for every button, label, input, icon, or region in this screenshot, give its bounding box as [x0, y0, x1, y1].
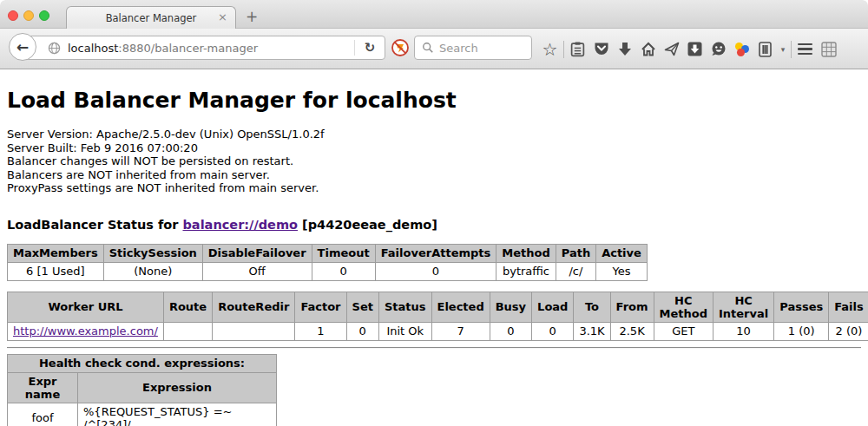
- download-arrow-icon: [618, 42, 632, 56]
- table-title-row: Health check cond. expressions:: [8, 354, 277, 372]
- table-row: 6 [1 Used] (None) Off 0 0 bytraffic /c/ …: [8, 262, 648, 280]
- square-download-icon: [687, 42, 702, 56]
- worker-status-table: Worker URL Route RouteRedir Factor Set S…: [7, 292, 868, 341]
- page-title: Load Balancer Manager for localhost: [7, 88, 861, 113]
- page-content: Load Balancer Manager for localhost Serv…: [0, 69, 868, 426]
- toolbar-icon-strip: ☆: [538, 29, 840, 69]
- pocket-icon: [594, 42, 609, 56]
- new-tab-button[interactable]: +: [246, 8, 258, 25]
- feedback-button[interactable]: [707, 36, 730, 62]
- url-bar[interactable]: localhost:8880/balancer-manager ↻: [23, 36, 385, 60]
- balancer-status-heading: LoadBalancer Status for balancer://demo …: [7, 218, 861, 232]
- smiley-bubble-icon: [711, 42, 727, 56]
- blocked-plugin-icon: [391, 38, 410, 57]
- home-button[interactable]: [636, 36, 660, 62]
- panel-caret-icon[interactable]: ▾: [777, 45, 789, 54]
- sidebar-panel-button[interactable]: [753, 36, 777, 62]
- search-input[interactable]: [439, 42, 522, 55]
- grid-icon: [821, 42, 837, 57]
- server-info: Server Version: Apache/2.5.0-dev (Unix) …: [7, 128, 861, 195]
- star-icon: ☆: [542, 41, 558, 58]
- color-dots-icon: [734, 42, 750, 57]
- section-divider: [7, 347, 861, 349]
- health-check-title: Health check cond. expressions:: [8, 354, 277, 372]
- reading-list-button[interactable]: [566, 36, 589, 62]
- save-to-device-button[interactable]: [683, 36, 707, 62]
- search-icon: [422, 42, 434, 54]
- server-built-line: Server Built: Feb 9 2016 07:00:20: [7, 141, 861, 155]
- home-icon: [641, 42, 656, 56]
- tab-close-icon[interactable]: ×: [218, 11, 227, 23]
- hamburger-icon: [798, 43, 812, 56]
- back-icon: ←: [16, 38, 29, 56]
- title-bar: Balancer Manager × +: [0, 0, 868, 29]
- window-zoom-button[interactable]: [39, 10, 49, 21]
- balancer-demo-link[interactable]: balancer://demo: [182, 218, 298, 232]
- url-text[interactable]: localhost:8880/balancer-manager: [68, 42, 258, 55]
- bookmark-star-button[interactable]: ☆: [538, 36, 562, 62]
- search-bar[interactable]: [414, 36, 532, 60]
- tab-title: Balancer Manager: [106, 12, 197, 24]
- globe-icon: [48, 42, 61, 55]
- share-button[interactable]: [660, 36, 683, 62]
- toolbar-divider-2: [791, 41, 792, 58]
- table-header-row: MaxMembers StickySession DisableFailover…: [8, 244, 648, 262]
- toolbar-divider: [563, 41, 564, 58]
- browser-window: Balancer Manager × + ← localhost:8880/ba…: [0, 0, 868, 426]
- inherit-notice-line: Balancers are NOT inherited from main se…: [7, 168, 861, 182]
- paper-plane-icon: [664, 42, 680, 56]
- table-header-row: Expr name Expression: [8, 372, 277, 403]
- health-check-table: Health check cond. expressions: Expr nam…: [7, 354, 277, 426]
- reload-button[interactable]: ↻: [355, 40, 385, 56]
- expr-row: foof %{REQUEST_STATUS} =~ /^[234]/: [8, 403, 277, 426]
- window-minimize-button[interactable]: [23, 10, 34, 21]
- panel-icon: [759, 42, 772, 57]
- table-header-row: Worker URL Route RouteRedir Factor Set S…: [8, 292, 868, 322]
- balancer-settings-table: MaxMembers StickySession DisableFailover…: [7, 244, 648, 281]
- clipboard-icon: [570, 42, 585, 57]
- hello-button[interactable]: [730, 36, 753, 62]
- tab-balancer-manager[interactable]: Balancer Manager ×: [66, 6, 236, 29]
- flash-blocked-extension-button[interactable]: [388, 36, 412, 60]
- pocket-button[interactable]: [589, 36, 613, 62]
- window-close-button[interactable]: [8, 10, 18, 21]
- proxypass-notice-line: ProxyPass settings are NOT inherited fro…: [7, 181, 861, 195]
- menu-button[interactable]: [793, 36, 817, 62]
- back-button[interactable]: ←: [9, 33, 36, 61]
- page-thumbnail-button[interactable]: [817, 36, 840, 62]
- worker-url-link[interactable]: http://www.example.com/: [13, 324, 158, 338]
- server-version-line: Server Version: Apache/2.5.0-dev (Unix) …: [7, 128, 861, 141]
- worker-row: http://www.example.com/ 1 0 Init Ok 7 0 …: [8, 322, 868, 340]
- navigation-toolbar: ← localhost:8880/balancer-manager ↻: [0, 29, 868, 69]
- downloads-button[interactable]: [613, 36, 636, 62]
- persist-notice-line: Balancer changes will NOT be persisted o…: [7, 154, 861, 168]
